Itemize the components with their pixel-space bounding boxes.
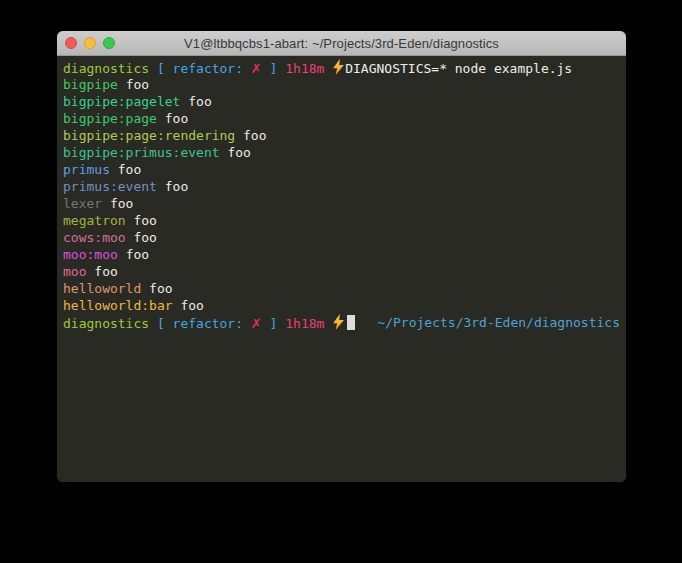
log-namespace: lexer — [63, 196, 102, 211]
prompt-bracket-close: ] — [270, 61, 278, 76]
high-voltage-icon — [332, 59, 345, 75]
prompt-line-top: diagnostics [ refactor: ✗ ] 1h18m DIAGNO… — [63, 59, 620, 76]
log-namespace: moo:moo — [63, 247, 118, 262]
log-namespace: primus:event — [63, 179, 157, 194]
log-message: foo — [133, 213, 156, 228]
log-message: foo — [165, 179, 188, 194]
terminal-window: V1@ltbbqcbs1-abart: ~/Projects/3rd-Eden/… — [57, 31, 626, 482]
log-line: bigpipe:primus:event foo — [63, 144, 620, 161]
minimize-button[interactable] — [84, 37, 96, 49]
log-namespace: bigpipe:primus:event — [63, 145, 220, 160]
log-namespace: helloworld:bar — [63, 298, 173, 313]
log-message: foo — [118, 162, 141, 177]
cwd-path: ~/Projects/3rd-Eden/diagnostics — [377, 314, 620, 331]
prompt-elapsed: 1h18m — [285, 316, 324, 331]
desktop-background: V1@ltbbqcbs1-abart: ~/Projects/3rd-Eden/… — [0, 0, 682, 563]
log-message: foo — [133, 230, 156, 245]
zoom-button[interactable] — [103, 37, 115, 49]
prompt-bracket-close: ] — [270, 316, 278, 331]
log-line: primus:event foo — [63, 178, 620, 195]
log-message: foo — [227, 145, 250, 160]
log-line: bigpipe:page:rendering foo — [63, 127, 620, 144]
close-button[interactable] — [65, 37, 77, 49]
prompt-elapsed: 1h18m — [285, 61, 324, 76]
log-message: foo — [243, 128, 266, 143]
log-message: foo — [94, 264, 117, 279]
log-line: lexer foo — [63, 195, 620, 212]
prompt-project: diagnostics — [63, 61, 149, 76]
log-line: bigpipe:pagelet foo — [63, 93, 620, 110]
log-line: moo:moo foo — [63, 246, 620, 263]
log-line: cows:moo foo — [63, 229, 620, 246]
log-message: foo — [188, 94, 211, 109]
log-message: foo — [180, 298, 203, 313]
prompt-command: DIAGNOSTICS=* node example.js — [345, 61, 572, 76]
log-line: primus foo — [63, 161, 620, 178]
log-line: helloworld foo — [63, 280, 620, 297]
log-namespace: bigpipe:page — [63, 111, 157, 126]
log-message: foo — [165, 111, 188, 126]
high-voltage-icon — [332, 314, 345, 330]
log-namespace: bigpipe:page:rendering — [63, 128, 235, 143]
log-namespace: bigpipe — [63, 77, 118, 92]
log-line: moo foo — [63, 263, 620, 280]
log-message: foo — [126, 77, 149, 92]
log-line: helloworld:bar foo — [63, 297, 620, 314]
prompt-project: diagnostics — [63, 316, 149, 331]
vcs-dirty-icon: ✗ — [251, 61, 262, 76]
vcs-dirty-icon: ✗ — [251, 316, 262, 331]
terminal-screen[interactable]: diagnostics [ refactor: ✗ ] 1h18m DIAGNO… — [57, 56, 626, 482]
log-message: foo — [110, 196, 133, 211]
window-title: V1@ltbbqcbs1-abart: ~/Projects/3rd-Eden/… — [184, 36, 499, 51]
prompt-line-bottom: diagnostics [ refactor: ✗ ] 1h18m ~/Proj… — [63, 314, 620, 331]
prompt-bracket-open: [ — [157, 316, 165, 331]
log-namespace: bigpipe:pagelet — [63, 94, 180, 109]
log-line: bigpipe:page foo — [63, 110, 620, 127]
prompt-bracket-open: [ — [157, 61, 165, 76]
log-message: foo — [126, 247, 149, 262]
log-line: bigpipe foo — [63, 76, 620, 93]
prompt-vcs-label: refactor: — [173, 316, 243, 331]
log-namespace: cows:moo — [63, 230, 126, 245]
log-message: foo — [149, 281, 172, 296]
traffic-lights — [65, 37, 115, 49]
log-namespace: primus — [63, 162, 110, 177]
title-bar[interactable]: V1@ltbbqcbs1-abart: ~/Projects/3rd-Eden/… — [57, 31, 626, 56]
terminal-cursor — [347, 315, 355, 330]
prompt-vcs-label: refactor: — [173, 61, 243, 76]
log-namespace: helloworld — [63, 281, 141, 296]
log-line: megatron foo — [63, 212, 620, 229]
log-namespace: megatron — [63, 213, 126, 228]
log-namespace: moo — [63, 264, 86, 279]
